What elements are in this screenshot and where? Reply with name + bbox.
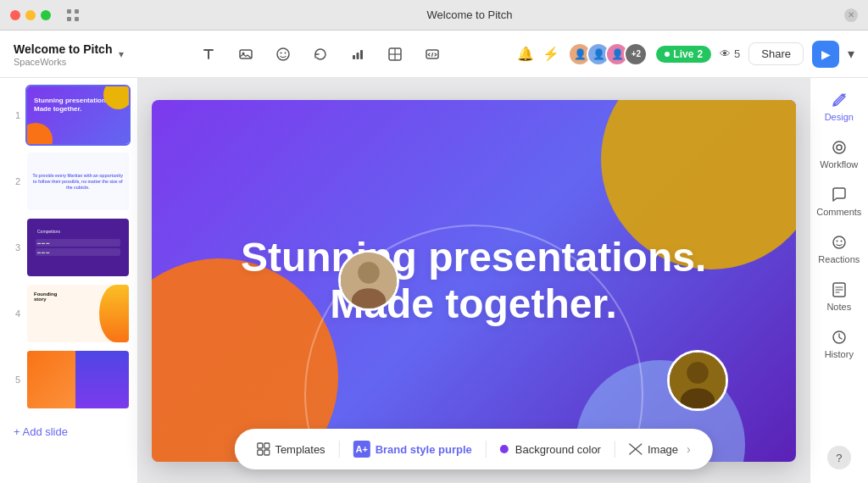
slide-text-line2: Made together. [241, 280, 706, 327]
comments-icon [831, 186, 848, 203]
svg-point-35 [840, 241, 842, 242]
svg-rect-11 [353, 55, 355, 59]
templates-icon [256, 442, 270, 456]
svg-point-33 [833, 236, 845, 248]
slide-panel: 1 Stunning presentations.Made together. … [0, 78, 138, 483]
slide-thumbnail-2[interactable]: To provide every Martian with an opportu… [25, 151, 131, 212]
background-color-button[interactable]: Background color [488, 438, 613, 461]
slide-number-1: 1 [7, 110, 20, 120]
main-slide[interactable]: Stunning presentations. Made together. [152, 100, 796, 462]
svg-rect-5 [208, 49, 209, 59]
image-button[interactable]: Image › [617, 437, 703, 461]
play-button[interactable]: ▶ [812, 41, 839, 68]
app-title-area[interactable]: Welcome to Pitch SpaceWorks [14, 42, 112, 67]
collaborator-avatar-1 [338, 250, 399, 311]
image-tool-button[interactable] [232, 41, 259, 68]
views-count: 👁 5 [720, 47, 740, 60]
embed-tool-button[interactable] [419, 41, 446, 68]
comments-label: Comments [816, 207, 861, 217]
divider-1 [339, 441, 340, 458]
person-2-placeholder [670, 353, 726, 408]
comments-panel-button[interactable]: Comments [812, 180, 866, 224]
image-label: Image [648, 443, 678, 456]
slide-number-2: 2 [7, 176, 20, 186]
help-button[interactable]: ? [827, 446, 851, 469]
slide-thumbnail-5[interactable] [25, 349, 131, 410]
background-label: Background color [515, 443, 601, 456]
history-icon [831, 329, 848, 346]
workflow-panel-button[interactable]: Workflow [812, 132, 866, 176]
maximize-button[interactable] [41, 10, 51, 20]
live-badge[interactable]: Live 2 [656, 46, 711, 63]
more-options-button[interactable]: ▾ [848, 46, 854, 62]
notification-icon[interactable]: 🔔 [517, 46, 534, 62]
slide-item-5[interactable]: 5 [7, 349, 131, 410]
reactions-icon [831, 234, 848, 251]
views-number: 5 [734, 47, 740, 60]
slide-number-4: 4 [7, 308, 20, 319]
slide-item-1[interactable]: 1 Stunning presentations.Made together. [7, 85, 131, 146]
history-panel-button[interactable]: History [812, 322, 866, 366]
chart-tool-button[interactable] [344, 41, 371, 68]
person-1-placeholder [341, 253, 397, 308]
svg-rect-25 [257, 443, 262, 448]
slide-main-text[interactable]: Stunning presentations. Made together. [241, 234, 706, 327]
svg-point-9 [281, 52, 282, 53]
slide-thumbnail-1[interactable]: Stunning presentations.Made together. [25, 85, 131, 146]
svg-rect-1 [75, 9, 79, 14]
reactions-label: Reactions [818, 254, 860, 264]
bottom-toolbar: Templates A+ Brand style purple Backgrou… [234, 429, 712, 469]
live-dot [665, 52, 670, 57]
image-icon [629, 443, 643, 455]
slide-thumbnail-4[interactable]: Foundingstory [25, 283, 131, 344]
svg-rect-26 [264, 443, 269, 448]
right-panel: Design Workflow Comments [810, 78, 868, 483]
toolbar-right: 🔔 ⚡ 👤 👤 👤 +2 Live 2 👁 5 Share ▶ ▾ [517, 41, 854, 68]
canvas-area: Stunning presentations. Made together. [138, 78, 810, 483]
svg-rect-2 [67, 17, 71, 21]
refresh-tool-button[interactable] [307, 41, 334, 68]
minimize-button[interactable] [25, 10, 36, 20]
templates-button[interactable]: Templates [244, 437, 337, 461]
live-label: Live [673, 48, 693, 60]
svg-point-32 [837, 145, 842, 150]
lightning-icon[interactable]: ⚡ [542, 46, 559, 62]
notes-icon [831, 281, 848, 298]
workflow-label: Workflow [820, 159, 858, 169]
design-icon [831, 92, 848, 108]
divider-2 [486, 441, 487, 458]
history-label: History [825, 349, 854, 359]
close-button[interactable] [10, 10, 20, 20]
grid-icon[interactable] [61, 3, 85, 27]
window-title: Welcome to Pitch [95, 8, 844, 21]
emoji-tool-button[interactable] [270, 41, 297, 68]
text-tool-button[interactable] [195, 41, 222, 68]
slide-item-3[interactable]: 3 Competitors ▬ ▬ ▬ ▬ ▬ ▬ [7, 217, 131, 278]
eye-icon: 👁 [720, 47, 731, 60]
slide-thumbnail-3[interactable]: Competitors ▬ ▬ ▬ ▬ ▬ ▬ [25, 217, 131, 278]
toolbar-center [124, 41, 517, 68]
add-slide-button[interactable]: + Add slide [7, 419, 131, 445]
svg-line-18 [432, 53, 433, 56]
table-tool-button[interactable] [381, 41, 409, 68]
close-tab-button[interactable]: ✕ [844, 8, 858, 22]
slide-item-4[interactable]: 4 Foundingstory [7, 283, 131, 344]
svg-rect-12 [357, 53, 359, 59]
svg-rect-27 [257, 450, 262, 455]
svg-point-23 [687, 362, 709, 384]
window-controls [10, 10, 51, 20]
slide-item-2[interactable]: 2 To provide every Martian with an oppor… [7, 151, 131, 212]
brand-style-button[interactable]: A+ Brand style purple [342, 436, 484, 463]
notes-panel-button[interactable]: Notes [812, 275, 866, 319]
svg-rect-13 [360, 50, 363, 59]
svg-rect-3 [75, 17, 79, 21]
slide-number-3: 3 [7, 242, 20, 253]
workspace-name: SpaceWorks [14, 57, 112, 67]
reactions-panel-button[interactable]: Reactions [812, 227, 866, 271]
presentation-title: Welcome to Pitch [14, 42, 112, 56]
slide-text-line1: Stunning presentations. [241, 234, 706, 280]
design-panel-button[interactable]: Design [812, 85, 866, 129]
share-button[interactable]: Share [748, 42, 804, 65]
notes-label: Notes [826, 302, 851, 312]
main-toolbar: Welcome to Pitch SpaceWorks ▾ [0, 31, 868, 78]
